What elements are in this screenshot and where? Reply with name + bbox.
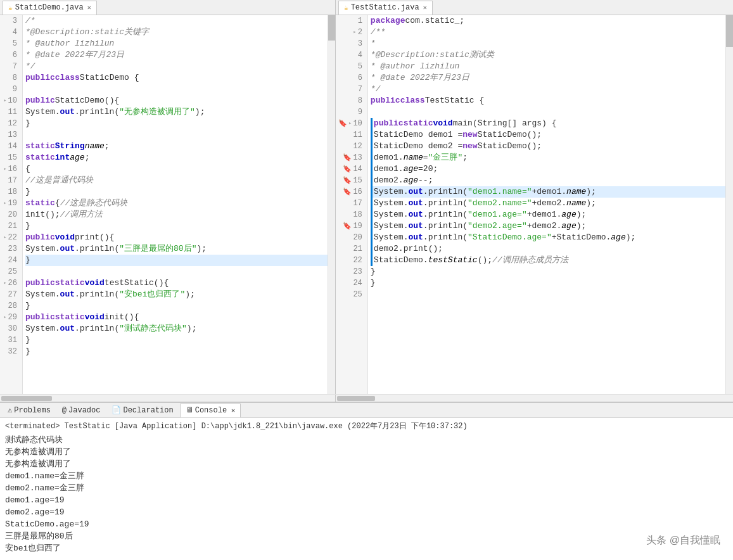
fold-icon[interactable]: ▸: [3, 232, 6, 243]
code-line[interactable]: */: [25, 61, 328, 72]
fold-icon[interactable]: ▸: [3, 277, 6, 289]
right-scroll-thumb[interactable]: [726, 15, 733, 47]
line-num-text: 25: [353, 289, 362, 300]
fold-icon[interactable]: ▸: [3, 198, 6, 209]
line-number: 32: [3, 346, 20, 357]
code-line[interactable]: demo1.name="金三胖";: [371, 152, 725, 163]
right-hscroll[interactable]: [336, 395, 733, 402]
fold-icon[interactable]: ▸: [3, 312, 6, 323]
code-line[interactable]: *@Description: static测试类: [371, 49, 725, 61]
code-line[interactable]: */: [371, 84, 725, 95]
right-scroll-indicator[interactable]: [725, 15, 733, 394]
code-line[interactable]: }: [25, 186, 328, 198]
line-num-text: 21: [353, 243, 362, 255]
code-line[interactable]: //这是普通代码块: [25, 175, 328, 186]
code-line[interactable]: init();//调用方法: [25, 209, 328, 220]
tab-icon: ⚠: [8, 405, 12, 415]
fold-icon[interactable]: ▸: [348, 118, 352, 129]
code-line[interactable]: * @author lizhilun: [371, 61, 725, 72]
left-scroll-thumb[interactable]: [328, 15, 335, 41]
code-line[interactable]: [371, 289, 725, 300]
right-tab[interactable]: ☕ TestStatic.java ✕: [338, 1, 433, 15]
fold-icon[interactable]: ▸: [3, 95, 6, 106]
line-num-text: 7: [358, 84, 362, 95]
line-number: 17: [338, 198, 365, 209]
code-line[interactable]: System.out.println("demo1.age="+demo1.ag…: [371, 209, 725, 220]
code-line[interactable]: System.out.println("demo2.name="+demo2.n…: [371, 198, 725, 209]
code-line[interactable]: [25, 266, 328, 277]
line-num-text: 25: [8, 266, 17, 277]
code-line[interactable]: *: [371, 38, 725, 49]
left-tab-close[interactable]: ✕: [87, 4, 91, 11]
line-number: 4: [338, 49, 365, 61]
code-line[interactable]: }: [25, 346, 328, 357]
code-line[interactable]: static int age;: [25, 152, 328, 163]
code-line[interactable]: [25, 129, 328, 141]
code-line[interactable]: demo2.age--;: [371, 175, 725, 186]
code-line[interactable]: }: [371, 266, 725, 277]
bottom-tab-javadoc[interactable]: @Javadoc: [57, 404, 106, 417]
line-number: 23: [338, 266, 365, 277]
code-line[interactable]: public class TestStatic {: [371, 95, 725, 106]
code-line[interactable]: /**: [371, 27, 725, 38]
line-num-text: 7: [13, 61, 17, 72]
code-line[interactable]: public void print(){: [25, 232, 328, 243]
code-line[interactable]: System.out.println("测试静态代码块");: [25, 323, 328, 334]
line-number: 21: [3, 220, 20, 232]
right-tab-close[interactable]: ✕: [423, 4, 427, 11]
line-num-text: 5: [13, 38, 17, 49]
left-code-container[interactable]: 3456789▸101112131415▸161718▸192021▸22232…: [0, 15, 328, 394]
left-hscroll[interactable]: [0, 395, 336, 402]
code-line[interactable]: System.out.println("安bei也归西了");: [25, 289, 328, 300]
code-line[interactable]: System.out.println("demo1.name="+demo1.n…: [371, 186, 725, 198]
code-line[interactable]: package com.static_;: [371, 15, 725, 27]
code-line[interactable]: public static void testStatic(){: [25, 277, 328, 289]
code-line[interactable]: }: [371, 277, 725, 289]
tab-close[interactable]: ✕: [231, 407, 235, 414]
code-line[interactable]: demo2.print();: [371, 243, 725, 255]
line-num-text: 6: [358, 72, 362, 84]
bottom-tab-console[interactable]: 🖥Console✕: [180, 404, 241, 417]
bookmark-icon: 🔖: [343, 220, 352, 232]
code-line[interactable]: public static void init(){: [25, 312, 328, 323]
right-hscroll-thumb[interactable]: [337, 396, 375, 401]
code-line[interactable]: }: [25, 334, 328, 346]
code-line[interactable]: System.out.println("无参构造被调用了");: [25, 106, 328, 118]
code-line[interactable]: [25, 84, 328, 95]
code-line[interactable]: {: [25, 163, 328, 175]
left-tab[interactable]: ☕ StaticDemo.java ✕: [3, 1, 97, 15]
code-line[interactable]: static{//这是静态代码块: [25, 198, 328, 209]
code-line[interactable]: StaticDemo demo2 = new StaticDemo();: [371, 141, 725, 152]
code-line[interactable]: System.out.println("demo2.age="+demo2.ag…: [371, 220, 725, 232]
code-line[interactable]: * @author lizhilun: [25, 38, 328, 49]
code-line[interactable]: public StaticDemo(){: [25, 95, 328, 106]
code-line[interactable]: /*: [25, 15, 328, 27]
bottom-tab-problems[interactable]: ⚠Problems: [3, 404, 56, 417]
code-line[interactable]: demo1.age=20;: [371, 163, 725, 175]
code-line[interactable]: StaticDemo.testStatic();//调用静态成员方法: [371, 255, 725, 266]
code-line[interactable]: [371, 106, 725, 118]
fold-icon[interactable]: ▸: [3, 163, 6, 175]
fold-icon[interactable]: ▸: [353, 27, 356, 38]
code-line[interactable]: }: [25, 118, 328, 129]
left-hscroll-thumb[interactable]: [1, 396, 52, 401]
line-number: 8: [3, 72, 20, 84]
line-number: 24: [3, 255, 20, 266]
code-line[interactable]: }: [25, 300, 328, 312]
code-line[interactable]: *@Description: static关键字: [25, 27, 328, 38]
code-line[interactable]: * @date 2022年7月23日: [25, 49, 328, 61]
left-scroll-indicator[interactable]: [328, 15, 335, 394]
code-line[interactable]: * @date 2022年7月23日: [371, 72, 725, 84]
code-line[interactable]: StaticDemo demo1 = new StaticDemo();: [371, 129, 725, 141]
code-line[interactable]: }: [25, 220, 328, 232]
code-line[interactable]: static String name;: [25, 141, 328, 152]
bookmark-icon: 🔖: [338, 118, 347, 129]
code-line[interactable]: public static void main(String[] args) {: [371, 118, 725, 129]
right-code-container[interactable]: 1▸23456789🔖▸101112🔖13🔖14🔖15🔖161718🔖19202…: [336, 15, 725, 394]
bottom-tab-declaration[interactable]: 📄Declaration: [106, 404, 178, 417]
code-line[interactable]: System.out.println("StaticDemo.age="+Sta…: [371, 232, 725, 243]
code-line[interactable]: }: [25, 255, 328, 266]
console-line: demo2.name=金三胖: [5, 482, 728, 494]
code-line[interactable]: System.out.println("三胖是最屌的80后");: [25, 243, 328, 255]
code-line[interactable]: public class StaticDemo {: [25, 72, 328, 84]
